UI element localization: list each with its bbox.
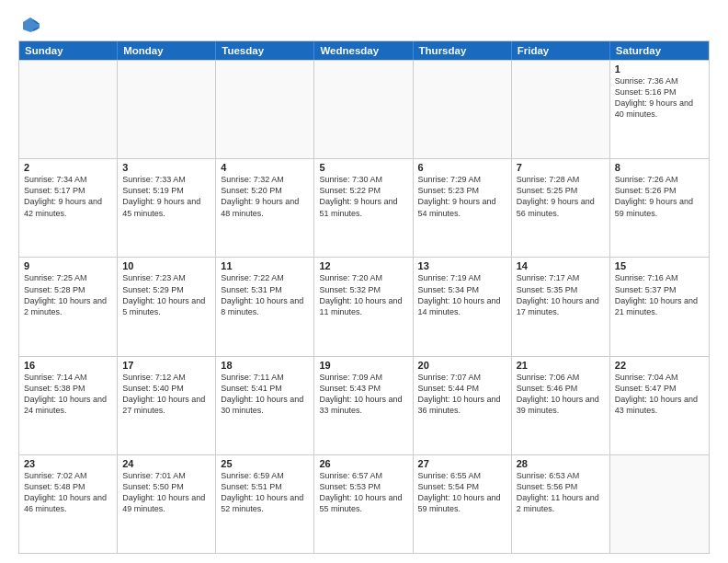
calendar-cell: 5Sunrise: 7:30 AM Sunset: 5:22 PM Daylig…	[314, 159, 413, 257]
calendar-cell: 7Sunrise: 7:28 AM Sunset: 5:25 PM Daylig…	[512, 159, 610, 257]
day-info: Sunrise: 7:14 AM Sunset: 5:38 PM Dayligh…	[24, 372, 112, 417]
calendar-cell: 26Sunrise: 6:57 AM Sunset: 5:53 PM Dayli…	[314, 455, 413, 553]
day-info: Sunrise: 6:59 AM Sunset: 5:51 PM Dayligh…	[221, 470, 309, 515]
day-number: 8	[615, 162, 704, 173]
day-number: 22	[615, 360, 704, 371]
page: SundayMondayTuesdayWednesdayThursdayFrid…	[0, 0, 728, 563]
day-info: Sunrise: 6:53 AM Sunset: 5:56 PM Dayligh…	[517, 470, 605, 515]
day-number: 28	[517, 458, 605, 469]
calendar-cell: 13Sunrise: 7:19 AM Sunset: 5:34 PM Dayli…	[414, 258, 512, 355]
day-info: Sunrise: 7:12 AM Sunset: 5:40 PM Dayligh…	[122, 372, 210, 417]
logo-icon	[20, 15, 40, 35]
calendar-cell: 1Sunrise: 7:36 AM Sunset: 5:16 PM Daylig…	[610, 61, 709, 158]
day-info: Sunrise: 7:01 AM Sunset: 5:50 PM Dayligh…	[122, 470, 210, 515]
day-number: 3	[122, 162, 210, 173]
day-info: Sunrise: 7:11 AM Sunset: 5:41 PM Dayligh…	[221, 372, 309, 417]
day-number: 1	[615, 63, 704, 75]
calendar-cell: 25Sunrise: 6:59 AM Sunset: 5:51 PM Dayli…	[216, 455, 314, 553]
day-info: Sunrise: 7:29 AM Sunset: 5:23 PM Dayligh…	[418, 174, 506, 219]
day-number: 4	[221, 162, 309, 173]
calendar-cell: 20Sunrise: 7:07 AM Sunset: 5:44 PM Dayli…	[414, 357, 512, 454]
day-info: Sunrise: 7:02 AM Sunset: 5:48 PM Dayligh…	[24, 470, 112, 515]
day-info: Sunrise: 7:26 AM Sunset: 5:26 PM Dayligh…	[615, 174, 704, 219]
calendar-cell: 10Sunrise: 7:23 AM Sunset: 5:29 PM Dayli…	[118, 258, 216, 355]
calendar-header-cell: Monday	[118, 41, 216, 60]
calendar-cell: 23Sunrise: 7:02 AM Sunset: 5:48 PM Dayli…	[19, 455, 118, 553]
calendar-week-row: 2Sunrise: 7:34 AM Sunset: 5:17 PM Daylig…	[19, 158, 709, 257]
day-info: Sunrise: 7:07 AM Sunset: 5:44 PM Dayligh…	[418, 372, 506, 417]
day-number: 5	[319, 162, 407, 173]
calendar-week-row: 23Sunrise: 7:02 AM Sunset: 5:48 PM Dayli…	[19, 454, 709, 553]
calendar-cell: 22Sunrise: 7:04 AM Sunset: 5:47 PM Dayli…	[610, 357, 709, 454]
calendar-body: 1Sunrise: 7:36 AM Sunset: 5:16 PM Daylig…	[19, 60, 709, 553]
calendar-cell: 12Sunrise: 7:20 AM Sunset: 5:32 PM Dayli…	[314, 258, 413, 355]
calendar-cell: 27Sunrise: 6:55 AM Sunset: 5:54 PM Dayli…	[414, 455, 512, 553]
calendar: SundayMondayTuesdayWednesdayThursdayFrid…	[18, 40, 710, 554]
day-number: 11	[221, 260, 309, 271]
day-info: Sunrise: 7:20 AM Sunset: 5:32 PM Dayligh…	[319, 272, 407, 317]
calendar-cell: 18Sunrise: 7:11 AM Sunset: 5:41 PM Dayli…	[216, 357, 314, 454]
day-number: 27	[418, 458, 506, 469]
calendar-cell	[512, 61, 610, 158]
day-number: 26	[319, 458, 407, 469]
day-info: Sunrise: 7:34 AM Sunset: 5:17 PM Dayligh…	[24, 174, 112, 219]
day-info: Sunrise: 7:25 AM Sunset: 5:28 PM Dayligh…	[24, 272, 112, 317]
day-number: 18	[221, 360, 309, 371]
day-info: Sunrise: 7:28 AM Sunset: 5:25 PM Dayligh…	[517, 174, 605, 219]
day-info: Sunrise: 7:17 AM Sunset: 5:35 PM Dayligh…	[517, 272, 605, 317]
day-info: Sunrise: 7:06 AM Sunset: 5:46 PM Dayligh…	[517, 372, 605, 417]
calendar-cell: 19Sunrise: 7:09 AM Sunset: 5:43 PM Dayli…	[314, 357, 413, 454]
day-info: Sunrise: 7:36 AM Sunset: 5:16 PM Dayligh…	[615, 75, 704, 121]
day-info: Sunrise: 7:33 AM Sunset: 5:19 PM Dayligh…	[122, 174, 210, 219]
day-number: 21	[517, 360, 605, 371]
day-number: 2	[24, 162, 112, 173]
day-number: 9	[24, 260, 112, 271]
day-number: 12	[319, 260, 407, 271]
day-info: Sunrise: 6:55 AM Sunset: 5:54 PM Dayligh…	[418, 470, 506, 515]
day-number: 25	[221, 458, 309, 469]
calendar-cell: 3Sunrise: 7:33 AM Sunset: 5:19 PM Daylig…	[118, 159, 216, 257]
day-number: 23	[24, 458, 112, 469]
calendar-cell: 6Sunrise: 7:29 AM Sunset: 5:23 PM Daylig…	[414, 159, 512, 257]
header	[18, 15, 710, 33]
calendar-cell: 2Sunrise: 7:34 AM Sunset: 5:17 PM Daylig…	[19, 159, 118, 257]
calendar-cell: 11Sunrise: 7:22 AM Sunset: 5:31 PM Dayli…	[216, 258, 314, 355]
calendar-header-cell: Wednesday	[314, 41, 413, 60]
calendar-cell	[610, 455, 709, 553]
day-number: 17	[122, 360, 210, 371]
day-number: 15	[615, 260, 704, 271]
calendar-cell: 8Sunrise: 7:26 AM Sunset: 5:26 PM Daylig…	[610, 159, 709, 257]
day-number: 10	[122, 260, 210, 271]
day-info: Sunrise: 6:57 AM Sunset: 5:53 PM Dayligh…	[319, 470, 407, 515]
day-number: 6	[418, 162, 506, 173]
day-number: 19	[319, 360, 407, 371]
calendar-cell: 14Sunrise: 7:17 AM Sunset: 5:35 PM Dayli…	[512, 258, 610, 355]
calendar-header-cell: Thursday	[414, 41, 512, 60]
calendar-header-cell: Friday	[512, 41, 610, 60]
calendar-cell	[19, 61, 118, 158]
day-info: Sunrise: 7:09 AM Sunset: 5:43 PM Dayligh…	[319, 372, 407, 417]
calendar-header-cell: Sunday	[19, 41, 118, 60]
logo	[18, 15, 40, 33]
calendar-cell: 16Sunrise: 7:14 AM Sunset: 5:38 PM Dayli…	[19, 357, 118, 454]
calendar-cell	[118, 61, 216, 158]
day-number: 14	[517, 260, 605, 271]
calendar-cell: 4Sunrise: 7:32 AM Sunset: 5:20 PM Daylig…	[216, 159, 314, 257]
calendar-week-row: 16Sunrise: 7:14 AM Sunset: 5:38 PM Dayli…	[19, 356, 709, 454]
day-info: Sunrise: 7:22 AM Sunset: 5:31 PM Dayligh…	[221, 272, 309, 317]
calendar-cell: 28Sunrise: 6:53 AM Sunset: 5:56 PM Dayli…	[512, 455, 610, 553]
day-info: Sunrise: 7:23 AM Sunset: 5:29 PM Dayligh…	[122, 272, 210, 317]
calendar-header-cell: Saturday	[610, 41, 709, 60]
calendar-cell: 21Sunrise: 7:06 AM Sunset: 5:46 PM Dayli…	[512, 357, 610, 454]
day-number: 13	[418, 260, 506, 271]
calendar-cell: 9Sunrise: 7:25 AM Sunset: 5:28 PM Daylig…	[19, 258, 118, 355]
day-info: Sunrise: 7:04 AM Sunset: 5:47 PM Dayligh…	[615, 372, 704, 417]
calendar-cell: 15Sunrise: 7:16 AM Sunset: 5:37 PM Dayli…	[610, 258, 709, 355]
day-number: 20	[418, 360, 506, 371]
day-info: Sunrise: 7:19 AM Sunset: 5:34 PM Dayligh…	[418, 272, 506, 317]
calendar-week-row: 9Sunrise: 7:25 AM Sunset: 5:28 PM Daylig…	[19, 257, 709, 355]
day-info: Sunrise: 7:32 AM Sunset: 5:20 PM Dayligh…	[221, 174, 309, 219]
day-info: Sunrise: 7:16 AM Sunset: 5:37 PM Dayligh…	[615, 272, 704, 317]
day-info: Sunrise: 7:30 AM Sunset: 5:22 PM Dayligh…	[319, 174, 407, 219]
day-number: 16	[24, 360, 112, 371]
